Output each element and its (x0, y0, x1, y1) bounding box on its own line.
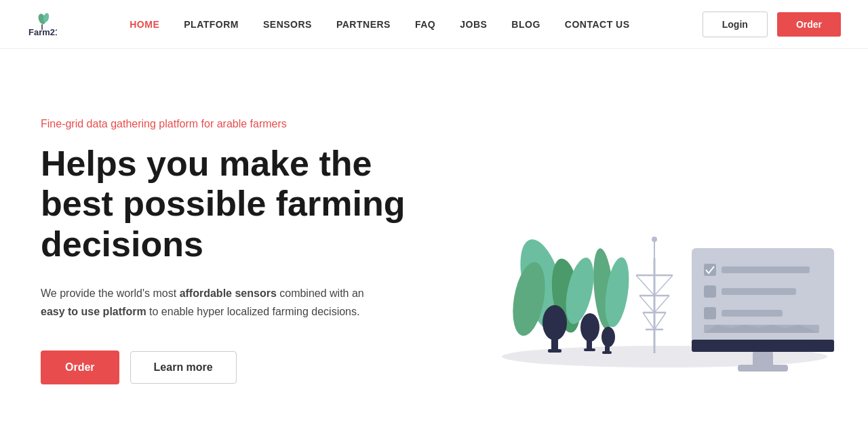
svg-line-26 (654, 275, 673, 296)
nav-item-jobs[interactable]: JOBS (460, 18, 487, 31)
svg-rect-12 (551, 338, 558, 351)
svg-point-32 (652, 237, 657, 242)
nav-item-blog[interactable]: BLOG (511, 18, 540, 31)
nav-link-contact[interactable]: CONTACT US (565, 19, 630, 30)
svg-rect-41 (704, 307, 716, 319)
illustration-svg (461, 123, 841, 380)
nav-item-sensors[interactable]: SENSORS (263, 18, 312, 31)
hero-buttons: Order Learn more (41, 351, 448, 384)
svg-rect-35 (753, 352, 773, 367)
svg-line-29 (643, 313, 654, 329)
svg-rect-15 (587, 340, 592, 350)
hero-illustration (461, 123, 841, 380)
svg-rect-37 (704, 264, 716, 276)
nav-item-contact[interactable]: CONTACT US (565, 18, 630, 31)
nav-actions: Login Order (703, 12, 841, 37)
order-nav-button[interactable]: Order (777, 12, 841, 37)
hero-tagline: Fine-grid data gathering platform for ar… (41, 118, 448, 130)
svg-rect-42 (722, 310, 783, 317)
nav-link-sensors[interactable]: SENSORS (263, 19, 312, 30)
svg-point-11 (542, 305, 567, 340)
nav-links: HOME PLATFORM SENSORS PARTNERS FAQ JOBS … (130, 18, 629, 31)
nav-link-partners[interactable]: PARTNERS (336, 19, 391, 30)
order-hero-button[interactable]: Order (41, 351, 119, 384)
nav-link-jobs[interactable]: JOBS (460, 19, 487, 30)
logo-link[interactable]: Farm21 (27, 9, 57, 39)
hero-title-normal: Helps you make the (41, 144, 372, 183)
nav-item-faq[interactable]: FAQ (415, 18, 435, 31)
hero-content: Fine-grid data gathering platform for ar… (41, 118, 448, 385)
nav-link-blog[interactable]: BLOG (511, 19, 540, 30)
svg-line-25 (636, 275, 654, 296)
nav-link-faq[interactable]: FAQ (415, 19, 435, 30)
svg-point-17 (601, 327, 615, 347)
svg-line-27 (639, 296, 654, 313)
svg-text:Farm21: Farm21 (28, 27, 57, 37)
nav-link-platform[interactable]: PLATFORM (184, 19, 239, 30)
svg-rect-13 (548, 349, 561, 353)
svg-line-30 (654, 313, 666, 329)
logo-icon: Farm21 (27, 9, 57, 39)
svg-point-14 (580, 313, 599, 342)
nav-link-home[interactable]: HOME (130, 19, 159, 30)
svg-rect-16 (584, 348, 595, 351)
svg-rect-36 (738, 365, 788, 372)
learn-more-button[interactable]: Learn more (130, 351, 237, 384)
nav-item-platform[interactable]: PLATFORM (184, 18, 239, 31)
navbar: Farm21 HOME PLATFORM SENSORS PARTNERS FA… (0, 0, 868, 49)
nav-item-partners[interactable]: PARTNERS (336, 18, 391, 31)
hero-description: We provide the world's most affordable s… (41, 284, 380, 321)
svg-rect-19 (602, 351, 612, 354)
svg-rect-38 (722, 266, 810, 273)
svg-line-28 (654, 296, 669, 313)
hero-section: Fine-grid data gathering platform for ar… (0, 49, 868, 440)
hero-title-bold: best possible farming decisions (41, 184, 405, 264)
svg-rect-40 (722, 288, 796, 295)
svg-rect-34 (692, 340, 834, 352)
svg-rect-39 (704, 285, 716, 298)
hero-title: Helps you make the best possible farming… (41, 144, 448, 265)
nav-item-home[interactable]: HOME (130, 18, 159, 31)
svg-rect-33 (692, 248, 834, 348)
login-button[interactable]: Login (703, 12, 768, 37)
